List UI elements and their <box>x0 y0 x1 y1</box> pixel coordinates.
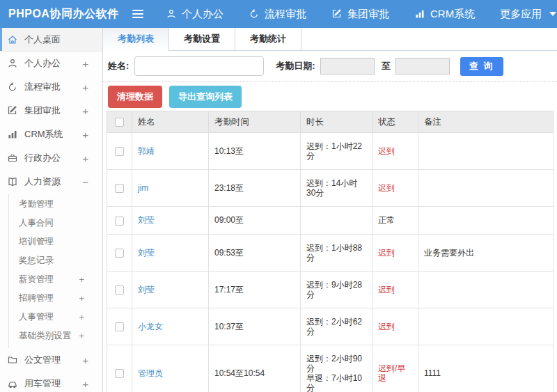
table-row: 小龙女 10:37至 迟到：2小时62分 迟到 <box>107 308 554 345</box>
date-to-input[interactable] <box>395 58 450 75</box>
status: 迟到 <box>372 133 418 170</box>
search-button[interactable]: 查 询 <box>460 57 503 76</box>
col-header-note: 备注 <box>418 111 554 133</box>
attendance-time: 17:17至 <box>209 271 301 308</box>
sidebar-item[interactable]: 流程审批 + <box>0 75 102 99</box>
home-icon <box>7 34 18 45</box>
row-checkbox[interactable] <box>115 184 124 193</box>
sidebar-subitem[interactable]: 培训管理 <box>0 233 102 251</box>
top-nav-item[interactable]: 更多应用 <box>500 8 556 21</box>
sidebar-item[interactable]: 用车管理 + <box>0 372 102 392</box>
employee-name-link[interactable]: 刘莹 <box>138 285 155 295</box>
employee-name-link[interactable]: 刘莹 <box>138 215 155 225</box>
sidebar-item[interactable]: CRM系统 + <box>0 123 102 146</box>
employee-name-link[interactable]: 小龙女 <box>138 322 163 331</box>
table-body: 郭靖 10:13至 迟到：1小时22分 迟到 jim 23:18至 迟到：14小… <box>107 133 554 392</box>
sidebar-subitem[interactable]: 奖惩记录 <box>0 251 102 270</box>
expander-icon[interactable]: + <box>82 106 88 116</box>
sidebar-subitem[interactable]: 人事管理 + <box>0 308 102 327</box>
export-list-button[interactable]: 导出查询列表 <box>169 86 242 108</box>
row-checkbox[interactable] <box>115 217 124 226</box>
menu-icon[interactable] <box>132 10 143 18</box>
sidebar-item[interactable]: 公文管理 + <box>0 348 102 372</box>
row-checkbox[interactable] <box>115 147 124 156</box>
layout: 个人桌面 个人办公 + 流程审批 + 集团审批 + CRM系统 + 行政办公 +… <box>0 28 557 392</box>
expander-icon[interactable]: + <box>82 58 88 69</box>
date-from-input[interactable] <box>320 58 375 75</box>
col-header-duration: 时长 <box>301 111 372 133</box>
sidebar-subitem[interactable]: 考勤管理 <box>0 195 102 214</box>
date-label: 考勤日期: <box>276 60 315 72</box>
note: 1111 <box>418 345 554 392</box>
top-nav-item[interactable]: 集团审批 <box>331 8 389 21</box>
topbar: PHPOA协同办公软件 个人办公 流程审批 集团审批 CRM系统 更多应用 <box>0 0 557 28</box>
table-wrap: 姓名 考勤时间 时长 状态 备注 郭靖 10:13至 迟到：1小时22分 迟到 … <box>103 111 557 392</box>
note <box>418 271 554 308</box>
expander-icon[interactable]: − <box>82 177 88 187</box>
employee-name-link[interactable]: jim <box>138 183 148 193</box>
name-label: 姓名: <box>108 60 129 72</box>
top-nav-item[interactable]: 流程审批 <box>249 8 306 21</box>
note: 业务需要外出 <box>418 234 554 271</box>
duration: 迟到：9小时28分 <box>301 271 372 308</box>
edit-icon <box>331 8 343 19</box>
table-header-row: 姓名 考勤时间 时长 状态 备注 <box>107 111 554 133</box>
name-input[interactable] <box>134 56 264 76</box>
expander-icon[interactable]: + <box>82 153 88 164</box>
chart-icon <box>414 8 425 19</box>
note <box>418 207 554 234</box>
row-checkbox[interactable] <box>115 322 124 331</box>
expander-icon[interactable]: + <box>82 379 88 389</box>
expander-icon[interactable]: + <box>79 331 84 340</box>
sidebar-subitem[interactable]: 人事合同 <box>0 214 102 233</box>
tab[interactable]: 考勤列表 <box>103 28 169 51</box>
expander-icon[interactable]: + <box>82 82 88 93</box>
note <box>418 308 554 345</box>
sidebar-item[interactable]: 行政办公 + <box>0 146 102 170</box>
employee-name-link[interactable]: 郭靖 <box>138 146 155 156</box>
expander-icon[interactable]: + <box>79 294 84 303</box>
edit-icon <box>7 105 18 116</box>
to-label: 至 <box>382 60 391 72</box>
col-header-name: 姓名 <box>132 111 209 133</box>
row-checkbox[interactable] <box>115 249 124 258</box>
top-nav-item[interactable]: 个人办公 <box>166 8 223 21</box>
sidebar-subitem[interactable]: 基础类别设置 + <box>0 327 102 345</box>
flow-icon <box>7 81 18 93</box>
attendance-time: 23:18至 <box>209 170 301 207</box>
top-nav-item[interactable]: CRM系统 <box>414 8 475 21</box>
table-row: 郭靖 10:13至 迟到：1小时22分 迟到 <box>107 133 554 170</box>
user-icon <box>166 8 177 19</box>
sidebar: 个人桌面 个人办公 + 流程审批 + 集团审批 + CRM系统 + 行政办公 +… <box>0 28 103 392</box>
status: 迟到 <box>372 234 418 271</box>
tab[interactable]: 考勤设置 <box>169 28 235 50</box>
row-checkbox[interactable] <box>115 285 124 295</box>
sidebar-subitem[interactable]: 薪资管理 + <box>0 270 102 289</box>
status: 迟到/早退 <box>372 345 418 392</box>
briefcase-icon <box>7 152 18 164</box>
expander-icon[interactable]: + <box>82 130 88 140</box>
sidebar-item[interactable]: 人力资源 − <box>0 170 102 194</box>
expander-icon[interactable]: + <box>79 275 84 284</box>
sidebar-item[interactable]: 个人办公 + <box>0 52 102 75</box>
folder-icon <box>7 354 18 366</box>
select-all-checkbox[interactable] <box>115 118 124 127</box>
expander-icon[interactable]: + <box>79 313 84 322</box>
clean-data-button[interactable]: 清理数据 <box>108 86 162 108</box>
chart-icon <box>7 129 18 140</box>
employee-name-link[interactable]: 管理员 <box>138 368 163 378</box>
status: 正常 <box>372 207 418 234</box>
book-icon <box>7 176 18 187</box>
row-checkbox[interactable] <box>115 369 124 378</box>
sidebar-subitem[interactable]: 招聘管理 + <box>0 289 102 308</box>
sidebar-item[interactable]: 集团审批 + <box>0 99 102 123</box>
user-icon <box>7 58 18 69</box>
tab[interactable]: 考勤统计 <box>235 28 301 50</box>
employee-name-link[interactable]: 刘莹 <box>138 248 155 258</box>
sidebar-item[interactable]: 个人桌面 <box>0 28 102 52</box>
col-header-status: 状态 <box>372 111 418 133</box>
car-icon <box>7 378 18 389</box>
attendance-time: 09:00至 <box>209 207 301 234</box>
duration <box>301 207 372 234</box>
expander-icon[interactable]: + <box>82 355 88 366</box>
